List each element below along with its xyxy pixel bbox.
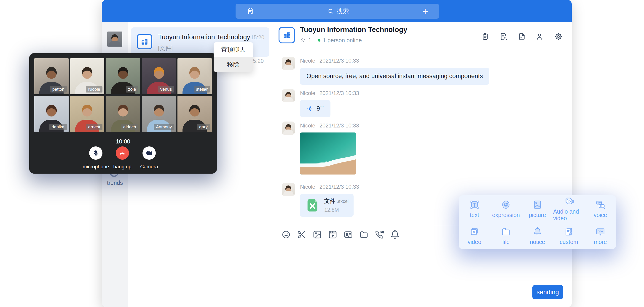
video-call-overlay: patton Nicole zole venus stellar danika …	[29, 53, 217, 174]
more-icon	[595, 226, 606, 237]
chat-header: Tuoyun Information Technology 1 1 person…	[272, 22, 572, 49]
group-file-icon[interactable]	[518, 32, 526, 41]
participant-name: danika	[50, 124, 67, 130]
microphone-button[interactable]	[89, 146, 102, 160]
avatar[interactable]	[282, 121, 295, 135]
video-icon[interactable]	[328, 230, 338, 239]
video-tile: Anthony	[142, 96, 176, 132]
participant-name: gary	[197, 124, 210, 130]
search-icon	[328, 8, 334, 14]
participant-name: ernest	[86, 124, 102, 130]
members-icon	[300, 37, 306, 43]
excel-file-icon	[305, 198, 320, 213]
feature-voice[interactable]: voice	[584, 199, 616, 218]
emoji-icon[interactable]	[281, 230, 291, 239]
search-bar[interactable]: 搜索 +	[236, 4, 439, 19]
hang-up-icon	[118, 149, 126, 157]
user-avatar[interactable]	[107, 31, 122, 47]
feature-custom[interactable]: custom	[553, 226, 585, 245]
conversation-last-message: [文件]	[158, 44, 173, 52]
group-avatar	[137, 34, 152, 49]
message-text: Nicole 2021/12/3 10:33 Open source, free…	[282, 57, 489, 85]
page: 搜索 + trends	[0, 0, 644, 307]
feature-audio-video[interactable]: Audio and video	[553, 196, 585, 222]
contact-card-icon[interactable]	[344, 230, 353, 239]
avatar[interactable]	[282, 57, 295, 70]
send-button[interactable]: sending	[532, 285, 563, 299]
file-feature-icon	[500, 226, 511, 237]
custom-icon	[564, 226, 574, 237]
feature-video[interactable]: video	[459, 226, 490, 245]
group-notice-icon[interactable]	[481, 32, 490, 41]
beach-photo[interactable]	[300, 132, 356, 175]
folder-icon[interactable]	[359, 230, 369, 239]
file-ext: .excel	[337, 199, 348, 204]
menu-item-pin-chat[interactable]: 置顶聊天	[214, 42, 253, 57]
sender-name: Nicole	[300, 57, 315, 64]
avatar[interactable]	[282, 183, 295, 196]
notification-bell-icon[interactable]	[390, 230, 400, 239]
call-record-icon[interactable]	[246, 7, 254, 15]
sender-name: Nicole	[300, 90, 315, 96]
camera-off-icon	[146, 149, 153, 157]
message-time: 2021/12/3 10:33	[320, 122, 359, 129]
text-bubble[interactable]: Open source, free, and universal instant…	[300, 68, 489, 85]
video-tile: stellar	[178, 58, 212, 94]
feature-picture[interactable]: picture	[522, 199, 553, 218]
video-tile: ernest	[70, 96, 104, 132]
online-status: 1 person online	[323, 37, 362, 44]
screenshot-scissors-icon[interactable]	[297, 230, 306, 239]
camera-button[interactable]	[142, 146, 156, 160]
hang-up-button[interactable]	[116, 146, 129, 160]
expression-icon	[500, 199, 511, 210]
online-dot	[318, 39, 320, 41]
feature-expression[interactable]: expression	[490, 199, 522, 218]
participant-name: Nicole	[86, 86, 102, 92]
notice-bell-icon	[532, 226, 543, 237]
search-input[interactable]: 搜索	[328, 7, 349, 15]
sidebar-item-trends[interactable]: trends	[102, 180, 128, 186]
participant-name: Anthony	[154, 124, 174, 130]
feature-file[interactable]: file	[490, 226, 522, 245]
member-count: 1	[308, 37, 312, 44]
feature-text[interactable]: text	[459, 199, 490, 218]
building-icon	[282, 30, 292, 40]
video-tile: Nicole	[70, 58, 104, 94]
voice-wave-icon	[306, 105, 313, 112]
video-feature-icon	[469, 226, 480, 237]
chat-record-search-icon[interactable]	[500, 32, 508, 41]
participant-name: zole	[126, 86, 138, 92]
picture-icon[interactable]	[312, 230, 322, 239]
feature-more[interactable]: more	[584, 226, 616, 245]
feature-panel: text expression picture Audio and vide	[459, 195, 616, 249]
file-size: 12.8M	[324, 207, 348, 213]
add-member-icon[interactable]	[536, 32, 544, 41]
video-tile: venus	[142, 58, 176, 94]
voice-feature-icon	[595, 199, 606, 210]
top-bar: 搜索 +	[102, 0, 572, 22]
video-tile: danika	[34, 96, 68, 132]
chat-title: Tuoyun Information Technology	[300, 25, 407, 34]
conversation-time: 15:20	[251, 34, 264, 41]
menu-item-remove[interactable]: 移除	[214, 57, 253, 72]
message-time: 2021/12/3 10:33	[320, 90, 359, 96]
file-bubble[interactable]: 文件.excel 12.8M	[300, 194, 354, 217]
chat-meta: 1 1 person online	[300, 37, 362, 44]
audio-video-icon	[564, 196, 574, 207]
mic-off-icon	[92, 149, 100, 157]
conversation-title: Tuoyun Information Technology	[158, 33, 250, 41]
search-placeholder: 搜索	[337, 7, 349, 15]
message-time: 2021/12/3 10:33	[320, 57, 359, 64]
participant-name: patton	[50, 86, 67, 92]
video-tile: patton	[34, 58, 68, 94]
building-icon	[140, 37, 149, 46]
call-icon[interactable]	[374, 230, 384, 239]
chat-panel: Tuoyun Information Technology 1 1 person…	[272, 22, 572, 307]
sender-name: Nicole	[300, 184, 315, 190]
settings-gear-icon[interactable]	[554, 32, 562, 41]
feature-notice[interactable]: notice	[522, 226, 553, 245]
participant-name: aldrich	[121, 124, 138, 130]
group-avatar	[278, 27, 295, 43]
avatar[interactable]	[282, 89, 295, 102]
voice-bubble[interactable]: 9``	[300, 100, 330, 117]
